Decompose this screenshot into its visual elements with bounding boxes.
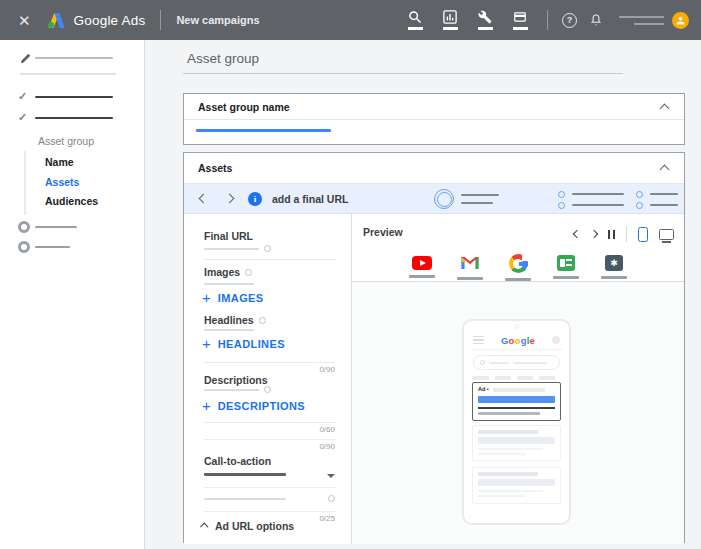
avatar[interactable]	[672, 12, 689, 29]
assets-body: Final URL Images + IMAGES Headlines + HE…	[184, 214, 684, 544]
redacted-line	[489, 362, 509, 364]
future-step-radio-icon[interactable]	[18, 241, 30, 253]
collapse-chevron-icon[interactable]	[660, 165, 670, 175]
phone-filter-chips	[473, 376, 555, 380]
billing-card-icon[interactable]	[509, 10, 531, 30]
redacted-line	[35, 96, 113, 98]
campaign-steps-sidebar: ✓ ✓ Asset group Name Assets Audiences	[0, 40, 145, 549]
headlines-label: Headlines	[204, 314, 266, 326]
dropdown-caret-icon[interactable]	[327, 474, 335, 478]
preview-column: Preview	[352, 214, 684, 544]
plus-icon: +	[202, 398, 211, 413]
tools-wrench-icon[interactable]	[474, 10, 496, 30]
field-divider	[204, 439, 336, 440]
bullet-circle-icon	[558, 191, 565, 198]
ad-url-options-toggle[interactable]: Ad URL options	[202, 520, 294, 532]
redacted-line	[650, 193, 678, 195]
gmail-icon	[461, 256, 479, 272]
asset-group-name-card-header: Asset group name	[184, 94, 684, 120]
add-images-button[interactable]: + IMAGES	[202, 290, 264, 305]
redacted-line	[461, 194, 499, 196]
asset-group-name-input[interactable]	[184, 120, 684, 145]
reports-chart-icon[interactable]	[439, 10, 461, 30]
card-title: Asset group name	[198, 101, 290, 113]
help-circle-icon	[259, 317, 266, 324]
account-info-redacted	[619, 16, 664, 25]
hamburger-menu-icon	[473, 336, 484, 345]
desktop-device-icon[interactable]	[659, 229, 674, 240]
search-icon[interactable]	[404, 10, 426, 30]
notifications-bell-icon[interactable]	[589, 13, 603, 27]
google-g-icon	[509, 254, 528, 273]
redacted-line	[35, 226, 77, 228]
field-divider	[204, 487, 336, 488]
redacted-headline-bar	[478, 396, 555, 403]
business-name-input[interactable]	[204, 498, 286, 500]
redacted-line	[35, 117, 113, 119]
redacted-line	[35, 246, 70, 248]
redacted-line	[513, 362, 547, 364]
plus-icon: +	[202, 336, 211, 351]
field-divider	[204, 362, 336, 363]
topbar-actions: ?	[391, 10, 689, 30]
substep-name[interactable]: Name	[45, 156, 74, 168]
title-divider	[183, 73, 623, 74]
page-context-label: New campaigns	[176, 14, 259, 26]
redacted-line	[204, 389, 259, 391]
phone-avatar	[552, 336, 560, 344]
mobile-device-icon[interactable]	[638, 227, 648, 242]
substep-assets[interactable]: Assets	[45, 176, 79, 188]
phone-camera-dot	[514, 324, 519, 329]
plus-icon: +	[202, 290, 211, 305]
substep-audiences[interactable]: Audiences	[45, 195, 98, 207]
help-icon[interactable]: ?	[562, 13, 577, 28]
redacted-line	[20, 73, 116, 75]
assets-card-header: Assets	[184, 153, 684, 184]
redacted-line	[619, 16, 664, 18]
preview-label: Preview	[363, 226, 403, 238]
char-counter: 0/25	[319, 514, 335, 523]
next-chevron-icon[interactable]	[225, 194, 235, 204]
phone-search-bar	[473, 355, 560, 370]
page-title: Asset group	[187, 51, 259, 66]
tab-gmail[interactable]	[458, 254, 482, 281]
final-url-input[interactable]	[204, 248, 259, 250]
redacted-line	[572, 193, 624, 195]
add-headlines-button[interactable]: + HEADLINES	[202, 336, 285, 351]
bullet-circle-icon	[558, 202, 565, 209]
field-divider	[204, 259, 336, 260]
ad-badge: Ad •	[478, 387, 489, 393]
redacted-line	[204, 329, 254, 331]
step-asset-group-label[interactable]: Asset group	[38, 135, 94, 147]
collapse-chevron-icon[interactable]	[660, 104, 670, 114]
pause-icon[interactable]	[608, 230, 616, 239]
previous-chevron-icon[interactable]	[199, 194, 209, 204]
info-icon: i	[248, 192, 262, 206]
controls-divider	[626, 226, 627, 242]
call-to-action-value	[204, 473, 286, 476]
help-circle-icon	[264, 245, 271, 252]
tab-google-search[interactable]	[506, 254, 530, 281]
phone-mockup: Google Ad •	[462, 319, 571, 525]
assets-info-bar: i add a final URL	[184, 184, 684, 214]
help-circle-icon	[264, 386, 271, 393]
preview-controls	[574, 226, 675, 242]
previous-preview-chevron-icon[interactable]	[572, 230, 580, 238]
brand-title: Google Ads	[74, 13, 146, 28]
preview-body: Google Ad •	[352, 282, 684, 544]
google-ads-logo-icon	[46, 12, 66, 29]
close-icon[interactable]: ✕	[16, 11, 33, 30]
add-descriptions-button[interactable]: + DESCRIPTIONS	[202, 398, 305, 413]
descriptions-label: Descriptions	[204, 374, 268, 386]
tab-youtube[interactable]	[410, 254, 434, 281]
char-counter: 0/90	[319, 365, 335, 374]
redacted-input-value	[196, 129, 331, 132]
future-step-radio-icon[interactable]	[18, 221, 30, 233]
assets-card: Assets i add a final URL	[183, 152, 685, 543]
next-preview-chevron-icon[interactable]	[589, 230, 597, 238]
tab-discover[interactable]: ✱	[602, 254, 626, 281]
tab-display[interactable]	[554, 254, 578, 281]
redacted-url-line	[493, 388, 545, 392]
step-complete-check-icon: ✓	[18, 90, 27, 103]
field-divider	[204, 511, 336, 512]
